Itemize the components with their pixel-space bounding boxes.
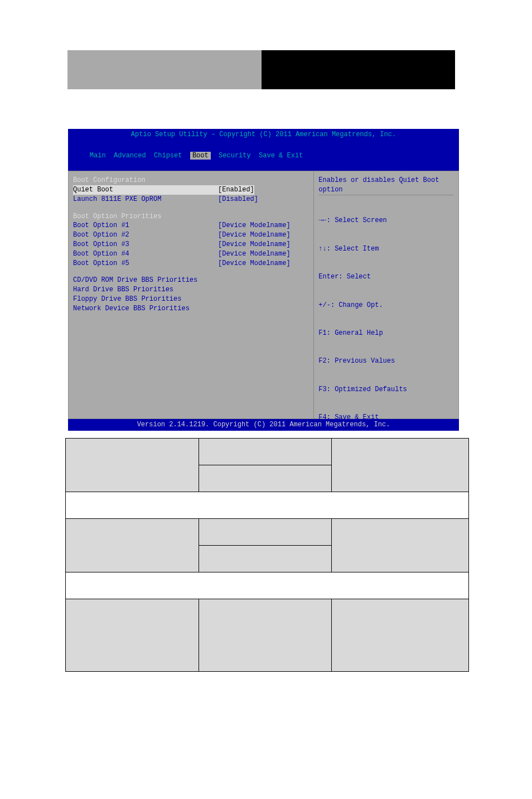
doc-table: [65, 438, 469, 672]
bios-body: Boot Configuration Quiet Boot[Enabled] L…: [68, 171, 459, 419]
bbs-hard-drive[interactable]: Hard Drive BBS Priorities: [73, 285, 309, 295]
row-boot-opt-4[interactable]: Boot Option #4[Device Modelname]: [73, 249, 309, 259]
section-boot-config: Boot Configuration: [73, 176, 309, 185]
pxe-oprom-value: [Disabled]: [218, 195, 258, 204]
row-boot-opt-1[interactable]: Boot Option #1[Device Modelname]: [73, 221, 309, 230]
boot-opt-1-label: Boot Option #1: [73, 221, 218, 230]
boot-opt-4-value: [Device Modelname]: [218, 249, 291, 259]
bbs-network[interactable]: Network Device BBS Priorities: [73, 304, 309, 314]
boot-opt-2-value: [Device Modelname]: [218, 230, 291, 240]
row-pxe-oprom[interactable]: Launch 8111E PXE OpROM[Disabled]: [73, 195, 309, 204]
bbs-floppy[interactable]: Floppy Drive BBS Priorities: [73, 295, 309, 304]
key-optimized-def: F3: Optimized Defaults: [318, 385, 454, 394]
tab-boot[interactable]: Boot: [190, 152, 211, 160]
tab-advanced[interactable]: Advanced: [114, 152, 146, 160]
key-select-item: ↑↓: Select Item: [318, 244, 454, 254]
bios-title: Aptio Setup Utility – Copyright (C) 2011…: [68, 129, 459, 141]
tab-save-exit[interactable]: Save & Exit: [259, 152, 303, 160]
table-row: [66, 439, 469, 465]
bios-screenshot: Aptio Setup Utility – Copyright (C) 2011…: [68, 129, 459, 413]
boot-opt-3-label: Boot Option #3: [73, 240, 218, 249]
key-general-help: F1: General Help: [318, 329, 454, 338]
tab-chipset[interactable]: Chipset: [154, 152, 182, 160]
boot-opt-4-label: Boot Option #4: [73, 249, 218, 259]
section-boot-priorities: Boot Option Priorities: [73, 212, 309, 222]
quiet-boot-label: Quiet Boot: [73, 185, 218, 195]
header-left: [67, 50, 262, 89]
table-row: [66, 492, 469, 519]
table-row: [66, 519, 469, 546]
quiet-boot-value: [Enabled]: [218, 185, 254, 195]
key-enter: Enter: Select: [318, 272, 454, 282]
key-select-screen: →←: Select Screen: [318, 216, 454, 225]
key-previous-values: F2: Previous Values: [318, 357, 454, 366]
key-change-opt: +/-: Change Opt.: [318, 301, 454, 310]
boot-opt-1-value: [Device Modelname]: [218, 221, 291, 230]
boot-opt-2-label: Boot Option #2: [73, 230, 218, 240]
row-boot-opt-3[interactable]: Boot Option #3[Device Modelname]: [73, 240, 309, 249]
page-header-bar: [67, 50, 455, 89]
boot-opt-5-value: [Device Modelname]: [218, 259, 291, 268]
table-row: [66, 572, 469, 599]
row-boot-opt-2[interactable]: Boot Option #2[Device Modelname]: [73, 230, 309, 240]
boot-opt-3-value: [Device Modelname]: [218, 240, 291, 249]
table-row: [66, 599, 469, 672]
bios-menu-bar: Main Advanced Chipset Boot Security Save…: [68, 141, 459, 171]
tab-security[interactable]: Security: [219, 152, 251, 160]
bios-left-pane: Boot Configuration Quiet Boot[Enabled] L…: [69, 171, 314, 418]
boot-opt-5-label: Boot Option #5: [73, 259, 218, 268]
bbs-cd-dvd[interactable]: CD/DVD ROM Drive BBS Priorities: [73, 276, 309, 285]
row-quiet-boot[interactable]: Quiet Boot[Enabled]: [73, 185, 309, 195]
header-right: [262, 50, 456, 89]
help-text: Enables or disables Quiet Boot option: [318, 176, 454, 195]
tab-main[interactable]: Main: [90, 152, 106, 160]
pxe-oprom-label: Launch 8111E PXE OpROM: [73, 195, 218, 204]
bios-right-pane: Enables or disables Quiet Boot option →←…: [314, 171, 458, 418]
row-boot-opt-5[interactable]: Boot Option #5[Device Modelname]: [73, 259, 309, 268]
